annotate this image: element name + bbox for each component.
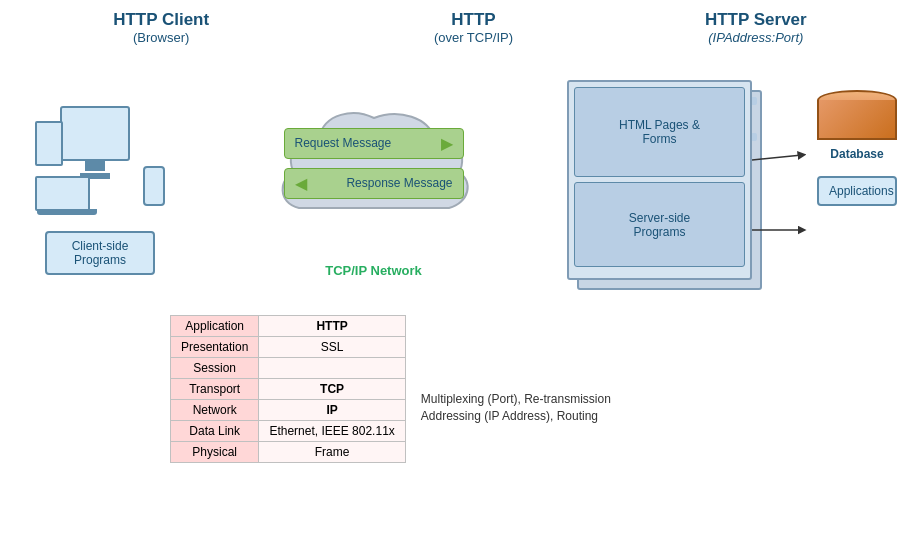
server-wrapper: HTML Pages &Forms Server-sidePrograms <box>567 80 797 300</box>
response-arrow-container: ◀ Response Message <box>284 168 464 199</box>
server-section: HTML Pages &Forms Server-sidePrograms <box>567 80 897 300</box>
client-box: Client-sidePrograms <box>45 231 155 275</box>
note-ip: Addressing (IP Address), Routing <box>421 409 611 423</box>
tower-icon <box>35 121 63 166</box>
db-body <box>817 100 897 140</box>
http-title-block: HTTP (over TCP/IP) <box>332 10 614 45</box>
protocol-ethernet: Ethernet, IEEE 802.11x <box>259 421 405 442</box>
network-section: Request Message ▶ ◀ Response Message TCP… <box>264 103 484 278</box>
server-side-label: Server-sidePrograms <box>629 211 690 239</box>
response-arrow: ◀ Response Message <box>284 168 464 199</box>
server-subtitle: (IPAddress:Port) <box>615 30 897 45</box>
table-row-session: Session <box>171 358 406 379</box>
server-arrows-svg <box>752 130 812 260</box>
request-arrow: Request Message ▶ <box>284 128 464 159</box>
table-row-physical: Physical Frame <box>171 442 406 463</box>
note-tcp: Multiplexing (Port), Re-transmission <box>421 392 611 406</box>
request-label: Request Message <box>295 136 392 150</box>
protocol-session <box>259 358 405 379</box>
server-title: HTTP Server <box>615 10 897 30</box>
client-subtitle: (Browser) <box>20 30 302 45</box>
response-label: Response Message <box>346 176 452 190</box>
html-pages-box: HTML Pages &Forms <box>574 87 745 177</box>
db-apps-section: Database Applications <box>817 90 897 206</box>
http-subtitle: (over TCP/IP) <box>332 30 614 45</box>
layer-session: Session <box>171 358 259 379</box>
client-icons <box>30 106 170 226</box>
phone-icon <box>143 166 165 206</box>
database-label: Database <box>817 147 897 161</box>
layer-physical: Physical <box>171 442 259 463</box>
layer-transport: Transport <box>171 379 259 400</box>
osi-table: Application HTTP Presentation SSL Sessio… <box>170 315 406 463</box>
server-side-box: Server-sidePrograms <box>574 182 745 267</box>
layer-datalink: Data Link <box>171 421 259 442</box>
request-arrow-container: Request Message ▶ <box>284 128 464 159</box>
server-title-block: HTTP Server (IPAddress:Port) <box>615 10 897 45</box>
database-group: Database <box>817 90 897 161</box>
protocol-tcp: TCP <box>259 379 405 400</box>
protocol-frame: Frame <box>259 442 405 463</box>
svg-line-0 <box>752 155 802 160</box>
table-row-transport: Transport TCP <box>171 379 406 400</box>
arrow-right-icon: ▶ <box>441 134 453 153</box>
bottom-section: Application HTTP Presentation SSL Sessio… <box>160 310 907 463</box>
monitor-icon <box>60 106 130 161</box>
server-front-panel: HTML Pages &Forms Server-sidePrograms <box>567 80 752 280</box>
layer-network: Network <box>171 400 259 421</box>
main-diagram-row: Client-sidePrograms Request Message ▶ <box>10 50 907 330</box>
cloud-area: Request Message ▶ ◀ Response Message <box>269 103 479 258</box>
client-title-block: HTTP Client (Browser) <box>20 10 302 45</box>
layer-presentation: Presentation <box>171 337 259 358</box>
table-row-datalink: Data Link Ethernet, IEEE 802.11x <box>171 421 406 442</box>
table-row-presentation: Presentation SSL <box>171 337 406 358</box>
table-row-network: Network IP <box>171 400 406 421</box>
arrow-left-icon: ◀ <box>295 174 307 193</box>
client-title: HTTP Client <box>20 10 302 30</box>
http-title: HTTP <box>332 10 614 30</box>
applications-box: Applications <box>817 176 897 206</box>
client-label: Client-sidePrograms <box>72 239 129 267</box>
tcp-ip-label: TCP/IP Network <box>325 263 422 278</box>
laptop-icon <box>35 176 90 211</box>
protocol-ssl: SSL <box>259 337 405 358</box>
client-section: Client-sidePrograms <box>20 106 180 275</box>
title-area: HTTP Client (Browser) HTTP (over TCP/IP)… <box>10 10 907 45</box>
protocol-ip: IP <box>259 400 405 421</box>
database-cylinder <box>817 90 897 145</box>
diagram-container: HTTP Client (Browser) HTTP (over TCP/IP)… <box>0 0 917 555</box>
html-pages-label: HTML Pages &Forms <box>619 118 700 146</box>
osi-table-body: Application HTTP Presentation SSL Sessio… <box>171 316 406 463</box>
notes-area: Multiplexing (Port), Re-transmission Add… <box>416 315 611 463</box>
